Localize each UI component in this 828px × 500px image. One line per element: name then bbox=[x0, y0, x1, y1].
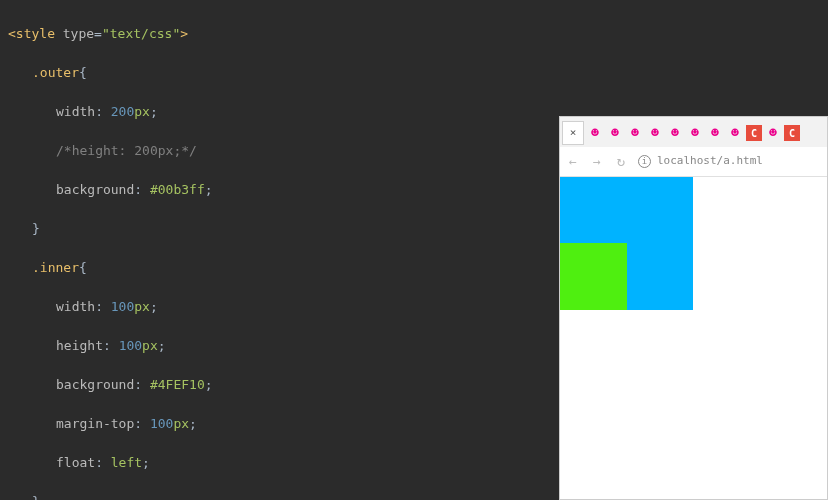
outer-box bbox=[560, 177, 693, 310]
tab-favicon-icon[interactable]: ☻ bbox=[706, 124, 724, 142]
tab-favicon-icon[interactable]: ☻ bbox=[686, 124, 704, 142]
address-bar: ← → ↻ i localhost/a.html bbox=[560, 147, 827, 177]
code-line: <style type="text/css"> bbox=[0, 24, 828, 44]
code-line: .outer{ bbox=[0, 63, 828, 83]
forward-button[interactable]: → bbox=[590, 152, 604, 172]
tab-favicon-icon[interactable]: ☻ bbox=[586, 124, 604, 142]
info-icon: i bbox=[638, 155, 651, 168]
refresh-button[interactable]: ↻ bbox=[614, 151, 628, 172]
tab-favicon-icon[interactable]: ☻ bbox=[764, 124, 782, 142]
tab-favicon-icon[interactable]: C bbox=[784, 125, 800, 141]
browser-window: × ☻ ☻ ☻ ☻ ☻ ☻ ☻ ☻ C ☻ C ← → ↻ i localhos… bbox=[559, 116, 828, 500]
browser-viewport bbox=[560, 177, 827, 499]
tab-favicon-icon[interactable]: ☻ bbox=[626, 124, 644, 142]
back-button[interactable]: ← bbox=[566, 152, 580, 172]
tab-favicon-icon[interactable]: ☻ bbox=[606, 124, 624, 142]
inner-box bbox=[560, 243, 627, 310]
tag-open: <style bbox=[8, 26, 63, 41]
attr-name: type bbox=[63, 26, 94, 41]
tab-favicon-icon[interactable]: ☻ bbox=[666, 124, 684, 142]
tab-favicon-icon[interactable]: ☻ bbox=[646, 124, 664, 142]
tab-favicon-icon[interactable]: C bbox=[746, 125, 762, 141]
url-text: localhost/a.html bbox=[657, 153, 763, 170]
tab-strip: × ☻ ☻ ☻ ☻ ☻ ☻ ☻ ☻ C ☻ C bbox=[560, 117, 827, 147]
tab-favicon-icon[interactable]: ☻ bbox=[726, 124, 744, 142]
tab-close-button[interactable]: × bbox=[562, 121, 584, 145]
url-input[interactable]: i localhost/a.html bbox=[638, 153, 763, 170]
